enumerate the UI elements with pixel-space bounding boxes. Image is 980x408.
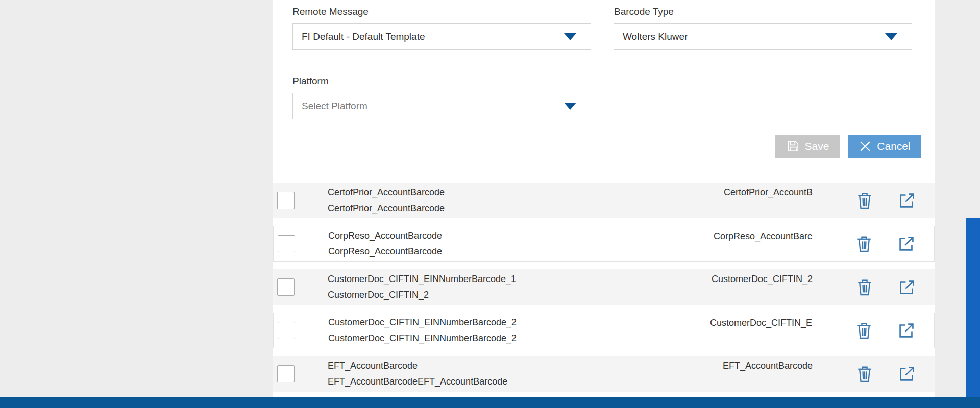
platform-placeholder: Select Platform (302, 100, 368, 112)
table-row: CustomerDoc_CIFTIN_EINNumberBarcode_1 Cu… (273, 269, 935, 305)
delete-button[interactable] (856, 365, 873, 383)
row-names: CustomerDoc_CIFTIN_EINNumberBarcode_1 Cu… (328, 271, 712, 303)
barcode-type-label: Barcode Type (614, 6, 674, 17)
barcode-type-value: Wolters Kluwer (623, 31, 688, 42)
row-name: CustomerDoc_CIFTIN_EINNumberBarcode_2 (328, 315, 710, 330)
open-button[interactable] (898, 365, 916, 382)
open-button[interactable] (898, 192, 916, 209)
row-names: CorpReso_AccountBarcode CorpReso_Account… (328, 228, 714, 260)
table-row: CorpReso_AccountBarcode CorpReso_Account… (273, 226, 935, 262)
row-subname: EFT_AccountBarcodeEFT_AccountBarcode (328, 374, 723, 390)
row-right-value: CustomerDoc_CIFTIN_E (710, 315, 812, 331)
row-checkbox[interactable] (278, 322, 295, 339)
remote-message-label: Remote Message (292, 6, 369, 17)
platform-label: Platform (292, 75, 329, 87)
save-icon (787, 140, 800, 153)
scrollbar-thumb[interactable] (966, 218, 980, 408)
row-name: CertofPrior_AccountBarcode (328, 185, 724, 200)
close-icon (859, 140, 872, 153)
chevron-down-icon (564, 103, 576, 110)
row-right-value: CertofPrior_AccountB (724, 185, 813, 200)
row-name: CustomerDoc_CIFTIN_EINNumberBarcode_1 (328, 271, 712, 287)
delete-button[interactable] (855, 321, 873, 340)
cancel-button[interactable]: Cancel (848, 135, 921, 158)
delete-button[interactable] (856, 191, 873, 210)
table-row: CustomerDoc_CIFTIN_EINNumberBarcode_2 Cu… (273, 313, 935, 348)
table-row: EFT_AccountBarcode EFT_AccountBarcodeEFT… (273, 356, 935, 392)
row-checkbox[interactable] (277, 192, 295, 209)
row-right-value: CustomerDoc_CIFTIN_2 (712, 271, 813, 287)
row-subname: CertofPrior_AccountBarcode (328, 200, 724, 216)
row-subname: CustomerDoc_CIFTIN_EINNumberBarcode_2 (328, 330, 710, 346)
row-subname: CorpReso_AccountBarcode (328, 244, 714, 260)
row-checkbox[interactable] (277, 365, 295, 382)
row-checkbox[interactable] (278, 235, 295, 252)
barcode-type-dropdown[interactable]: Wolters Kluwer (614, 23, 912, 50)
chevron-down-icon (564, 33, 576, 40)
cancel-button-label: Cancel (877, 140, 910, 152)
remote-message-value: FI Default - Default Template (302, 31, 425, 42)
row-subname: CustomerDoc_CIFTIN_2 (328, 287, 712, 303)
row-names: CustomerDoc_CIFTIN_EINNumberBarcode_2 Cu… (328, 315, 710, 346)
save-button[interactable]: Save (775, 135, 840, 158)
save-button-label: Save (805, 140, 829, 152)
chevron-down-icon (885, 33, 897, 40)
delete-button[interactable] (856, 278, 873, 296)
row-right-value: EFT_AccountBarcode (723, 358, 813, 374)
open-button[interactable] (898, 278, 916, 296)
row-names: CertofPrior_AccountBarcode CertofPrior_A… (328, 185, 724, 216)
content-panel: Remote Message Barcode Type FI Default -… (273, 0, 935, 397)
row-checkbox[interactable] (277, 278, 295, 296)
delete-button[interactable] (855, 235, 873, 253)
row-right-value: CorpReso_AccountBarc (714, 228, 812, 244)
open-button[interactable] (897, 235, 916, 252)
table-row: CertofPrior_AccountBarcode CertofPrior_A… (273, 183, 935, 218)
footer-bar (0, 397, 980, 408)
remote-message-dropdown[interactable]: FI Default - Default Template (292, 23, 591, 50)
row-name: CorpReso_AccountBarcode (328, 228, 714, 244)
row-names: EFT_AccountBarcode EFT_AccountBarcodeEFT… (328, 358, 723, 390)
open-button[interactable] (897, 322, 916, 339)
platform-dropdown[interactable]: Select Platform (292, 93, 591, 119)
barcode-list: CertofPrior_AccountBarcode CertofPrior_A… (273, 183, 935, 399)
row-name: EFT_AccountBarcode (328, 358, 723, 374)
